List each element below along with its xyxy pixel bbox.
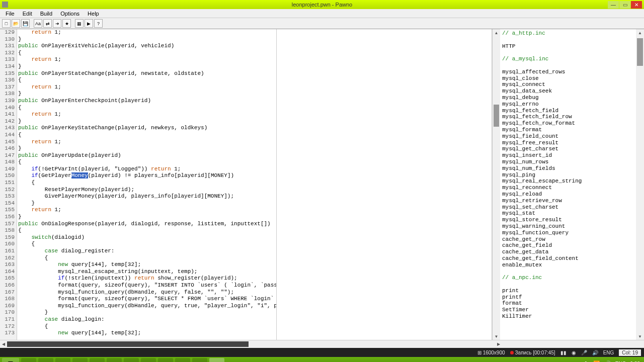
taskbar-shell[interactable]: ▪ — [209, 358, 224, 362]
scroll-thumb[interactable] — [637, 38, 643, 66]
function-list-item[interactable]: mysql_errno — [502, 101, 634, 108]
pause-icon[interactable]: ▮▮ — [560, 350, 567, 355]
function-list-item[interactable]: mysql_debug — [502, 95, 634, 101]
editor-vscrollbar[interactable]: ▲ ▼ — [492, 29, 500, 340]
mic-icon[interactable]: 🎤 — [581, 350, 587, 355]
function-list-item[interactable]: mysql_close — [502, 75, 634, 82]
new-button[interactable]: □ — [2, 19, 11, 28]
taskbar-vid[interactable]: ▪ — [107, 358, 122, 362]
taskbar-br[interactable]: ▪ — [141, 358, 156, 362]
function-list-item[interactable]: mysql_get_charset — [502, 146, 634, 152]
goto-button[interactable]: ➜ — [53, 19, 61, 28]
function-list-item[interactable]: HTTP — [502, 43, 634, 50]
editor-blank-area[interactable] — [277, 29, 492, 340]
scroll-up-icon[interactable]: ▲ — [636, 29, 644, 36]
scroll-up-icon[interactable]: ▲ — [493, 29, 500, 36]
camera-icon[interactable]: ◉ — [572, 350, 576, 355]
function-list-item[interactable]: print — [502, 288, 634, 294]
function-list-item[interactable]: cache_get_row — [502, 236, 634, 243]
start-button[interactable]: ⊞ — [2, 358, 19, 362]
close-button[interactable]: ✕ — [631, 1, 642, 9]
function-list-item[interactable]: mysql_set_charset — [502, 204, 634, 211]
function-list-item[interactable]: mysql_affected_rows — [502, 69, 634, 75]
function-list-item[interactable]: SetTimer — [502, 307, 634, 313]
language-indicator[interactable]: ENG — [603, 350, 614, 355]
scroll-right-icon[interactable]: ▶ — [495, 340, 502, 348]
function-list-item[interactable]: mysql_store_result — [502, 217, 634, 223]
tray-flag-icon[interactable]: ⚑ — [584, 360, 589, 363]
find-button[interactable]: Aa — [34, 19, 42, 28]
taskbar-note[interactable]: ▪ — [192, 358, 207, 362]
function-list-item[interactable]: cache_get_field — [502, 242, 634, 249]
function-list-item[interactable]: mysql_insert_id — [502, 152, 634, 159]
menu-build[interactable]: Build — [37, 10, 56, 18]
function-list-item[interactable]: mysql_warning_count — [502, 223, 634, 230]
volume-icon[interactable]: 🔊 — [592, 350, 598, 355]
titlebar: leonproject.pwn - Pawno — ▭ ✕ — [0, 0, 644, 9]
app-icon — [2, 2, 8, 8]
function-list-item[interactable]: mysql_fetch_field_row — [502, 114, 634, 120]
function-list-item[interactable]: mysql_fetch_row_format — [502, 120, 634, 127]
function-list-item[interactable]: mysql_reconnect — [502, 185, 634, 191]
help-button[interactable]: ? — [94, 19, 103, 28]
function-list-item[interactable]: mysql_num_fields — [502, 165, 634, 172]
function-list-item[interactable]: enable_mutex — [502, 262, 634, 268]
function-list-item[interactable]: mysql_field_count — [502, 133, 634, 140]
window-title: leonproject.pwn - Pawno — [292, 2, 352, 8]
run-button[interactable]: ▶ — [85, 19, 93, 28]
column-indicator: Col: 19 — [619, 349, 641, 356]
function-list-item[interactable]: mysql_data_seek — [502, 88, 634, 95]
editor-hscrollbar[interactable]: ◀ ▶ — [0, 340, 502, 348]
bookmark-button[interactable]: ★ — [62, 19, 71, 28]
taskbar-fm[interactable]: ▪ — [90, 358, 105, 362]
function-list-item[interactable]: cache_get_data — [502, 249, 634, 255]
function-list-item[interactable]: mysql_free_result — [502, 140, 634, 146]
scroll-down-icon[interactable]: ▼ — [636, 333, 644, 340]
function-list-item[interactable]: mysql_stat — [502, 210, 634, 217]
menu-edit[interactable]: Edit — [19, 10, 36, 18]
taskbar-mail[interactable]: ▪ — [158, 358, 173, 362]
function-list-item[interactable]: mysql_num_rows — [502, 159, 634, 165]
function-list-item[interactable]: mysql_ping — [502, 172, 634, 178]
system-tray[interactable]: ⚑ 📶 🔊 ENG 9:38 — [584, 360, 642, 363]
function-list-item[interactable]: mysql_fetch_field — [502, 108, 634, 114]
hscroll-thumb[interactable] — [7, 341, 249, 347]
function-list-item[interactable]: mysql_connect — [502, 81, 634, 88]
maximize-button[interactable]: ▭ — [619, 1, 630, 9]
taskbar-ps[interactable]: ▪ — [38, 358, 53, 362]
tray-volume-icon[interactable]: 🔊 — [604, 360, 611, 363]
function-list-item[interactable]: mysql_function_query — [502, 230, 634, 236]
tray-network-icon[interactable]: 📶 — [593, 360, 600, 363]
taskbar-skype[interactable]: ▪ — [21, 358, 36, 362]
scroll-thumb[interactable] — [494, 105, 499, 127]
function-list-item[interactable]: KillTimer — [502, 313, 634, 320]
statusbar: ⊞ 1600x900 Запись [00:07:45] ▮▮ ◉ 🎤 🔊 EN… — [0, 348, 644, 357]
scroll-down-icon[interactable]: ▼ — [493, 333, 500, 340]
code-editor[interactable]: return 1;}public OnPlayerExitVehicle(pla… — [17, 29, 277, 340]
replace-button[interactable]: ⇄ — [43, 19, 52, 28]
function-list-item[interactable]: mysql_reload — [502, 191, 634, 198]
line-gutter: 1291301311321331341351361371381391401411… — [0, 29, 17, 340]
toolbar: □📂💾Aa⇄➜★▦▶? — [0, 18, 644, 29]
compile-button[interactable]: ▦ — [75, 19, 84, 28]
function-list-item[interactable]: format — [502, 300, 634, 307]
function-list-panel[interactable]: // a_http.inc HTTP // a_mysql.inc mysql_… — [500, 29, 636, 340]
menu-file[interactable]: File — [2, 10, 18, 18]
taskbar-rec[interactable]: ▪ — [175, 358, 190, 362]
taskbar-pdf[interactable]: ▪ — [55, 358, 70, 362]
sidepanel-vscrollbar[interactable]: ▲ ▼ — [636, 29, 644, 340]
menu-options[interactable]: Options — [57, 10, 83, 18]
open-button[interactable]: 📂 — [12, 19, 20, 28]
function-list-item[interactable]: mysql_retrieve_row — [502, 198, 634, 204]
recording-status: Запись [00:07:45] — [510, 350, 555, 355]
function-list-item[interactable]: mysql_format — [502, 127, 634, 133]
save-button[interactable]: 💾 — [21, 19, 30, 28]
menu-help[interactable]: Help — [84, 10, 103, 18]
function-list-item[interactable]: printf — [502, 294, 634, 301]
minimize-button[interactable]: — — [608, 1, 619, 9]
scroll-left-icon[interactable]: ◀ — [0, 340, 7, 348]
function-list-item[interactable]: cache_get_field_content — [502, 255, 634, 262]
taskbar-term[interactable]: ▪ — [124, 358, 139, 362]
taskbar-steam[interactable]: ▪ — [72, 358, 88, 362]
function-list-item[interactable]: mysql_real_escape_string — [502, 178, 634, 185]
